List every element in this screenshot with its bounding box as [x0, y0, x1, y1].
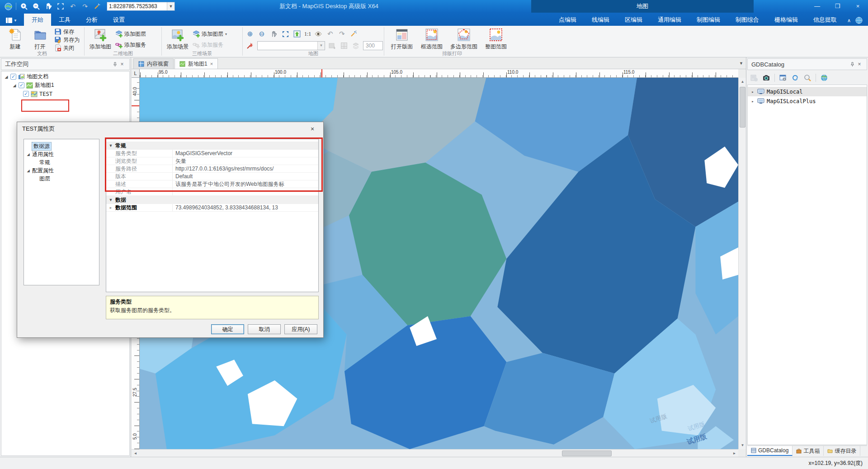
add-layer-3d-button[interactable]: 添加图层 ▾: [191, 30, 229, 38]
tab-line-edit[interactable]: 线编辑: [584, 14, 617, 26]
close-button[interactable]: ×: [848, 0, 868, 13]
open-layout-button[interactable]: 打开版面: [387, 27, 417, 51]
tab-gdbcatalog[interactable]: GDBCatalog: [747, 446, 793, 456]
collapse-arrow-icon[interactable]: ◢: [26, 152, 31, 156]
tree-item-test-layer[interactable]: ✓ TEST: [1, 90, 129, 98]
tab-home[interactable]: 开始: [24, 14, 51, 26]
dialog-title-bar[interactable]: TEST属性页 ×: [17, 122, 323, 136]
section-data[interactable]: ▼ 数据: [106, 196, 318, 204]
tab-settings[interactable]: 设置: [105, 14, 132, 26]
rect-range-button[interactable]: 框选范围: [417, 27, 447, 51]
property-row-username[interactable]: 用户名: [106, 188, 318, 196]
tab-toolbox[interactable]: 工具箱: [793, 446, 824, 456]
add-layer-2d-button[interactable]: 添加图层: [113, 30, 148, 38]
ruler-corner-button[interactable]: L: [132, 69, 140, 78]
network-globe-icon[interactable]: [820, 74, 828, 82]
full-range-button[interactable]: 整图范围: [481, 27, 511, 51]
expand-arrow-icon[interactable]: ▸: [106, 204, 115, 211]
property-row-version[interactable]: 版本 Default: [106, 173, 318, 180]
tree-item-general-group[interactable]: ◢ 通用属性: [24, 150, 99, 158]
tree-item-layer[interactable]: 图层: [24, 175, 99, 183]
magic-select-icon[interactable]: [245, 41, 255, 50]
tab-raster-edit[interactable]: 栅格编辑: [767, 14, 806, 26]
tab-list-dropdown-icon[interactable]: ▼: [739, 61, 743, 66]
tab-analysis[interactable]: 分析: [78, 14, 105, 26]
scroll-right-arrow[interactable]: ►: [731, 450, 738, 457]
visibility-eye-icon[interactable]: [314, 29, 323, 38]
scroll-down-arrow[interactable]: ▼: [739, 441, 746, 449]
fit-extent-icon[interactable]: [56, 2, 65, 11]
horizontal-scroll-thumb[interactable]: [562, 450, 612, 456]
maximize-button[interactable]: ❒: [827, 0, 848, 13]
tree-item-mapgislocal[interactable]: ▸ MapGISLocal: [748, 87, 867, 96]
add-service-2d-button[interactable]: 添加服务: [113, 41, 148, 49]
checkbox-checked[interactable]: ✓: [23, 91, 29, 97]
pan-hand-icon[interactable]: [269, 29, 278, 38]
pan-hand-icon[interactable]: [44, 2, 53, 11]
scale-combobox[interactable]: ▼: [107, 2, 175, 11]
tree-item-datasource[interactable]: 数据源: [24, 142, 99, 150]
vertical-scroll-thumb[interactable]: [740, 87, 745, 128]
tab-content-view[interactable]: 内容视窗: [133, 58, 174, 69]
vertical-scrollbar[interactable]: ▲ ▼: [738, 78, 746, 449]
expand-arrow-icon[interactable]: ▸: [750, 99, 755, 104]
add-scene-button[interactable]: 添加场景: [165, 27, 191, 51]
zoom-out-icon[interactable]: [32, 2, 41, 11]
close-icon[interactable]: ×: [856, 61, 863, 68]
tab-cache-directory[interactable]: 缓存目录: [824, 446, 860, 456]
zoom-in-icon[interactable]: [19, 2, 28, 11]
tab-point-edit[interactable]: 点编辑: [551, 14, 584, 26]
display-filter-combobox[interactable]: ▼: [257, 41, 325, 50]
property-row-service-type[interactable]: 服务类型 MapGISIGServerVector: [106, 150, 318, 157]
scroll-up-arrow[interactable]: ▲: [739, 78, 746, 85]
tab-carto-edit[interactable]: 制图编辑: [689, 14, 728, 26]
swap-next-icon[interactable]: ↷: [337, 29, 346, 38]
redo-icon[interactable]: ↷: [80, 2, 90, 11]
sparkle-wand-icon[interactable]: [349, 29, 358, 38]
tree-item-general[interactable]: 常规: [24, 158, 99, 166]
export-view-icon[interactable]: [292, 29, 302, 38]
scale-input[interactable]: [107, 2, 167, 10]
tab-carto-general[interactable]: 制图综合: [728, 14, 767, 26]
scale-dropdown-arrow[interactable]: ▼: [167, 2, 175, 10]
tab-new-map1[interactable]: 新地图1 ×: [175, 58, 218, 69]
checkbox-checked[interactable]: ✓: [19, 82, 24, 88]
collapse-arrow-icon[interactable]: ◢: [12, 83, 17, 88]
ok-button[interactable]: 确定: [211, 324, 244, 334]
expand-arrow-icon[interactable]: ▸: [750, 90, 755, 94]
one-to-one-zoom-button[interactable]: 1:1: [304, 31, 311, 38]
scroll-left-arrow[interactable]: ◄: [132, 450, 139, 457]
undo-icon[interactable]: ↶: [68, 2, 77, 11]
search-icon[interactable]: [803, 74, 811, 82]
save-as-button[interactable]: 另存为: [52, 36, 81, 44]
zoom-out-icon[interactable]: ⊖: [257, 29, 266, 38]
property-row-browse-type[interactable]: 浏览类型 矢量: [106, 157, 318, 165]
zoom-in-icon[interactable]: ⊕: [245, 29, 255, 38]
add-map-button[interactable]: 添加地图: [87, 27, 113, 51]
help-globe-icon[interactable]: [855, 17, 863, 24]
minimize-button[interactable]: —: [807, 0, 827, 13]
collapse-arrow-icon[interactable]: ◢: [26, 169, 31, 173]
tab-info-extract[interactable]: 信息提取: [806, 14, 844, 26]
tab-tools[interactable]: 工具: [51, 14, 78, 26]
property-row-data-range[interactable]: ▸ 数据范围 73.4989624034852, 3.8338434688134…: [106, 204, 318, 212]
pin-icon[interactable]: [111, 61, 118, 68]
new-document-button[interactable]: 新建: [3, 27, 28, 51]
close-tab-icon[interactable]: ×: [210, 61, 213, 66]
fit-extent-icon[interactable]: [281, 29, 290, 38]
horizontal-scrollbar[interactable]: ◄ ►: [132, 449, 738, 457]
snapshot-icon[interactable]: [762, 74, 770, 82]
close-icon[interactable]: ×: [118, 61, 126, 68]
tree-item-mapgislocalplus[interactable]: ▸ MapGISLocalPlus: [748, 96, 867, 106]
dpi-input[interactable]: [363, 41, 383, 50]
apply-button[interactable]: 应用(A): [284, 324, 317, 334]
catalog-settings-icon[interactable]: [779, 74, 787, 82]
dialog-close-icon[interactable]: ×: [307, 125, 318, 133]
tree-item-new-map1[interactable]: ◢ ✓ 新地图1: [1, 81, 129, 90]
collapse-ribbon-icon[interactable]: ∧: [847, 18, 851, 24]
refresh-icon[interactable]: [791, 74, 799, 82]
poly-range-button[interactable]: 多边形范围: [447, 27, 481, 51]
property-row-service-path[interactable]: 服务路径 http://127.0.0.1:6163/igs/rest/mrms…: [106, 165, 318, 173]
cancel-button[interactable]: 取消: [248, 324, 281, 334]
save-button[interactable]: 保存: [52, 28, 81, 36]
